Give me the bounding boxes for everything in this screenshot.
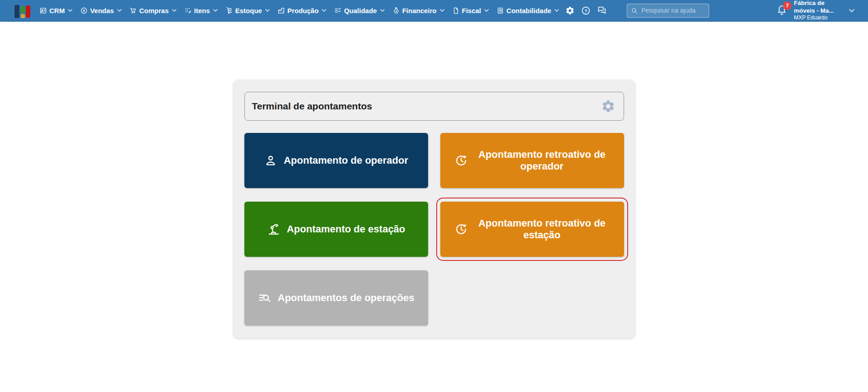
chevron-down-icon [117, 9, 122, 12]
menu-financeiro[interactable]: $ Financeiro [392, 7, 444, 14]
user-menu[interactable]: Fábrica de móveis - Ma... MXP Eduardo [794, 0, 854, 21]
svg-text:$: $ [395, 10, 397, 13]
menu-label: Qualidade [344, 7, 377, 14]
menu-estoque[interactable]: Estoque [225, 7, 270, 14]
document-icon [452, 7, 460, 14]
menu-compras[interactable]: Compras [129, 7, 176, 14]
moneybag-icon: $ [392, 7, 400, 14]
sales-icon: $ [80, 7, 88, 14]
chevron-down-icon [322, 9, 326, 12]
apontamento-de-operador-button[interactable]: Apontamento de operador [244, 133, 428, 188]
menu-label: Financeiro [402, 7, 437, 14]
items-icon [184, 7, 192, 14]
menu-label: Produção [287, 7, 319, 14]
notifications-button[interactable]: 7 [776, 4, 787, 17]
chevron-down-icon [68, 9, 72, 12]
apontamento-de-estacao-button[interactable]: Apontamento de estação [244, 202, 428, 257]
panel-settings-button[interactable] [601, 99, 615, 113]
list-search-icon [258, 291, 272, 305]
chevron-down-icon [554, 9, 559, 12]
checklist-icon [334, 7, 342, 14]
crm-icon [39, 7, 47, 14]
chat-icon [597, 5, 607, 15]
robot-arm-icon [267, 222, 281, 236]
help-search-input[interactable] [627, 4, 709, 18]
chevron-down-icon [380, 9, 385, 12]
apontamento-retroativo-de-estacao-button[interactable]: Apontamento retroativo de estação [440, 202, 624, 257]
menu-producao[interactable]: Produção [277, 7, 326, 14]
search-icon [630, 7, 638, 14]
gear-icon [601, 99, 615, 113]
logo-block-yellow [21, 14, 25, 18]
help-search [627, 4, 709, 18]
chevron-down-icon [849, 9, 854, 12]
help-icon: ? [581, 6, 591, 15]
apontamento-retroativo-de-operador-button[interactable]: Apontamento retroativo de operador [440, 133, 624, 188]
cart-icon [129, 7, 137, 14]
logo-block-red [26, 5, 30, 18]
top-navigation-bar: CRM $ Vendas Compras Itens Estoque Produ… [0, 0, 868, 22]
notification-count-badge: 7 [783, 1, 792, 10]
menu-label: Compras [139, 7, 169, 14]
svg-text:$: $ [83, 9, 86, 13]
chat-button[interactable] [597, 5, 607, 15]
help-button[interactable]: ? [581, 6, 591, 15]
terminal-apontamentos-card: Terminal de apontamentos Apontamento de … [234, 80, 635, 338]
factory-icon [277, 7, 285, 14]
chevron-down-icon [172, 9, 176, 12]
tile-label: Apontamento retroativo de operador [474, 149, 610, 172]
menu-label: Contabilidade [506, 7, 551, 14]
menu-fiscal[interactable]: Fiscal [452, 7, 489, 14]
gear-icon [565, 6, 575, 15]
svg-text:?: ? [585, 8, 587, 13]
menu-qualidade[interactable]: Qualidade [334, 7, 385, 14]
stock-icon [225, 7, 233, 14]
menu-label: CRM [49, 7, 65, 14]
tile-label: Apontamento retroativo de estação [474, 217, 610, 241]
menu-crm[interactable]: CRM [39, 7, 72, 14]
history-icon [454, 154, 468, 167]
main-menu: CRM $ Vendas Compras Itens Estoque Produ… [39, 7, 559, 14]
tile-label: Apontamento de estação [287, 223, 405, 235]
logo-block-green [20, 6, 25, 13]
menu-label: Itens [194, 7, 210, 14]
chevron-down-icon [440, 9, 444, 12]
chevron-down-icon [484, 9, 489, 12]
tile-label: Apontamento de operador [284, 155, 408, 166]
chevron-down-icon [213, 9, 218, 12]
tile-label: Apontamentos de operações [278, 292, 415, 304]
panel-header: Terminal de apontamentos [244, 92, 624, 121]
menu-label: Fiscal [462, 7, 482, 14]
menu-label: Estoque [235, 7, 262, 14]
apontamentos-de-operacoes-button[interactable]: Apontamentos de operações [244, 270, 428, 326]
action-tiles-grid: Apontamento de operador Apontamento retr… [244, 133, 624, 326]
panel-title: Terminal de apontamentos [252, 101, 372, 112]
person-icon [264, 154, 277, 167]
menu-contabilidade[interactable]: Contabilidade [496, 7, 559, 14]
main-content: Terminal de apontamentos Apontamento de … [0, 80, 868, 338]
settings-button[interactable] [565, 6, 575, 15]
logo-block-blue [14, 5, 19, 18]
history-icon [454, 222, 468, 236]
menu-label: Vendas [90, 7, 114, 14]
app-logo[interactable] [14, 3, 30, 18]
menu-vendas[interactable]: $ Vendas [80, 7, 122, 14]
company-name: Fábrica de móveis - Ma... [794, 0, 844, 14]
chevron-down-icon [265, 9, 270, 12]
calculator-icon [496, 7, 504, 14]
menu-itens[interactable]: Itens [184, 7, 218, 14]
user-name: MXP Eduardo [794, 14, 844, 21]
